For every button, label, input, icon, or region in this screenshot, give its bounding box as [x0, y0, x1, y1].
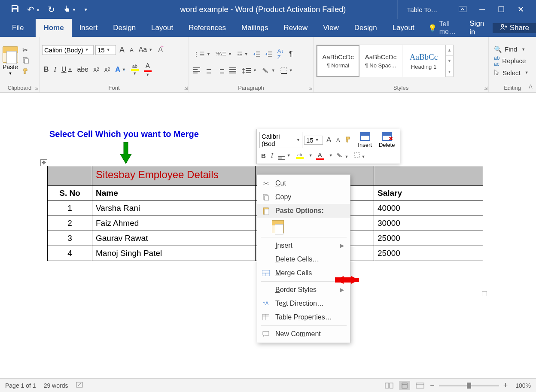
style-normal[interactable]: AaBbCcDc ¶ Normal [317, 45, 359, 77]
tab-review[interactable]: Review [276, 19, 315, 37]
web-layout-icon[interactable] [414, 381, 426, 390]
styles-gallery[interactable]: AaBbCcDc ¶ Normal AaBbCcDc ¶ No Spac… Aa… [316, 45, 454, 77]
tab-layout[interactable]: Layout [143, 19, 181, 37]
numbering-button[interactable]: ½⁄₃☰▼ [214, 50, 234, 58]
font-size-combo[interactable]: 15▼ [95, 45, 116, 55]
mini-delete-button[interactable]: ✖ Delete [376, 132, 398, 148]
ctx-delete-cells[interactable]: Delete Cells… [257, 252, 350, 266]
styles-launcher-icon[interactable]: ⇲ [484, 86, 487, 91]
mini-size-combo[interactable]: 15▼ [304, 136, 323, 145]
select-button[interactable]: Select▼ [494, 69, 529, 77]
borders-button[interactable]: ▼ [279, 66, 295, 75]
table-row[interactable]: 40000 [374, 201, 483, 216]
justify-button[interactable] [228, 67, 238, 74]
shading-button[interactable]: ▼ [260, 66, 277, 75]
font-launcher-icon[interactable]: ⇲ [184, 86, 188, 91]
italic-button[interactable]: I [52, 65, 58, 74]
shrink-font-button[interactable]: A [128, 46, 135, 54]
style-no-spacing[interactable]: AaBbCcDc ¶ No Spac… [359, 45, 402, 77]
find-button[interactable]: 🔍 Find▼ [494, 46, 529, 53]
mini-grow-font[interactable]: A [325, 135, 333, 145]
paragraph-launcher-icon[interactable]: ⇲ [309, 86, 312, 91]
font-color-button[interactable]: A▼ [142, 61, 153, 78]
qat-customize-button[interactable]: ▼ [84, 7, 88, 12]
gallery-down-icon[interactable]: ▼ [446, 56, 453, 67]
table-row[interactable]: Manoj Singh Patel [92, 246, 256, 261]
word-count[interactable]: 29 words [44, 382, 68, 389]
print-layout-icon[interactable] [399, 381, 410, 390]
bold-button[interactable]: B [42, 65, 51, 74]
sign-in-button[interactable]: Sign in [463, 19, 492, 36]
spell-check-icon[interactable] [76, 381, 84, 389]
zoom-out-button[interactable]: − [430, 381, 435, 390]
sort-button[interactable]: A↓Z [276, 47, 286, 61]
gallery-more-icon[interactable]: ▾ [446, 66, 453, 77]
change-case-button[interactable]: Aa▼ [137, 45, 155, 55]
title-cell-blank[interactable] [48, 166, 92, 186]
collapse-ribbon-icon[interactable]: ᐱ [529, 83, 533, 90]
title-cell[interactable]: Sitesbay Employee Details [92, 166, 256, 186]
multilevel-button[interactable]: ☲▼ [235, 50, 250, 58]
mini-bold[interactable]: B [259, 151, 268, 160]
underline-button[interactable]: U▼ [60, 65, 73, 74]
table-row[interactable]: 1 [48, 201, 92, 216]
table-row[interactable]: 3 [48, 231, 92, 246]
close-button[interactable]: ✕ [518, 5, 524, 14]
table-row[interactable]: Varsha Rani [92, 201, 256, 216]
mini-format-painter-icon[interactable] [343, 135, 353, 145]
zoom-slider[interactable] [439, 385, 499, 386]
copy-icon[interactable] [22, 57, 29, 65]
subscript-button[interactable]: x2 [91, 65, 101, 74]
mini-shading-button[interactable]: ▼ [335, 151, 350, 160]
tab-insert[interactable]: Insert [72, 19, 106, 37]
mini-highlight-button[interactable]: ab [294, 152, 305, 160]
header-name[interactable]: Name [92, 186, 256, 201]
zoom-level[interactable]: 100% [515, 382, 531, 389]
tab-view[interactable]: View [315, 19, 347, 37]
paste-button[interactable]: Paste ▼ [3, 46, 18, 76]
tab-home[interactable]: Home [36, 19, 71, 37]
decrease-indent-button[interactable] [252, 50, 262, 58]
line-spacing-button[interactable]: ‡☰▼ [240, 66, 259, 76]
table-resize-handle[interactable] [482, 291, 487, 296]
align-left-button[interactable] [192, 67, 202, 74]
superscript-button[interactable]: x2 [103, 65, 112, 74]
table-row[interactable]: 25000 [374, 246, 483, 261]
maximize-button[interactable]: ☐ [498, 5, 505, 14]
ctx-new-comment[interactable]: New Comment [257, 327, 350, 341]
increase-indent-button[interactable] [264, 50, 274, 58]
touch-mode-button[interactable]: ▼ [63, 5, 76, 15]
table-row[interactable]: 2 [48, 216, 92, 231]
table-row[interactable]: 4 [48, 246, 92, 261]
ribbon-display-icon[interactable] [459, 5, 466, 14]
undo-button[interactable]: ↶▼ [27, 4, 40, 15]
tab-table-layout[interactable]: Layout [385, 19, 422, 37]
table-row[interactable]: 30000 [374, 216, 483, 231]
tab-design[interactable]: Design [105, 19, 143, 37]
tab-references[interactable]: References [181, 19, 234, 37]
mini-align-button[interactable]: ▼ [277, 150, 292, 161]
text-effects-button[interactable]: A▼ [113, 65, 127, 74]
header-salary[interactable]: Salary [374, 186, 483, 201]
document-area[interactable]: Select Cell Which you want to Merge ✥ Si… [0, 93, 536, 378]
bullets-button[interactable]: ⋮☰▼ [192, 50, 212, 58]
align-right-button[interactable] [216, 67, 226, 74]
font-name-combo[interactable]: Calibri (Body)▼ [42, 45, 94, 55]
clear-formatting-button[interactable]: A✧ [156, 45, 165, 55]
ctx-copy[interactable]: Copy [257, 190, 350, 204]
show-pilcrow-button[interactable]: ¶ [287, 49, 295, 59]
tab-table-design[interactable]: Design [347, 19, 385, 37]
table-row[interactable]: Faiz Ahmed [92, 216, 256, 231]
grow-font-button[interactable]: A [118, 45, 126, 55]
page-indicator[interactable]: Page 1 of 1 [5, 382, 36, 389]
ctx-insert[interactable]: Insert ▶ [257, 239, 350, 252]
format-painter-icon[interactable] [22, 68, 29, 76]
tell-me-search[interactable]: 💡 Tell me… [422, 20, 463, 36]
zoom-in-button[interactable]: + [503, 381, 508, 390]
mini-italic[interactable]: I [269, 151, 275, 160]
ctx-text-direction[interactable]: ᴬA Text Direction… [257, 297, 350, 310]
read-mode-icon[interactable] [384, 381, 395, 390]
strikethrough-button[interactable]: abc [75, 65, 90, 74]
table-tools-tab[interactable]: Table To… [397, 0, 447, 19]
highlight-button[interactable]: ab▼ [129, 63, 140, 76]
